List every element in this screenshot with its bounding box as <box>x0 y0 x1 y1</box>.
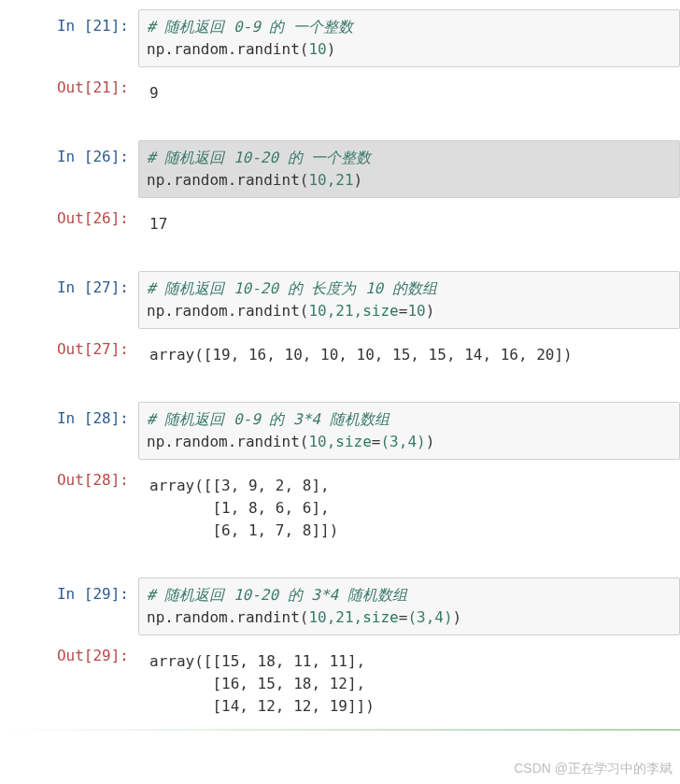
in-label: In <box>57 148 84 165</box>
lbracket: [ <box>84 278 93 296</box>
cell-output: Out[26]: 17 <box>0 202 680 241</box>
colon: : <box>120 585 129 603</box>
colon: : <box>120 278 129 296</box>
rbracket: ] <box>111 278 120 296</box>
func-name: np.random.randint <box>147 40 300 58</box>
output-body: 17 <box>138 202 680 241</box>
colon: : <box>120 409 129 427</box>
in-prompt: In [27]: <box>0 271 138 329</box>
output-body: array([[15, 18, 11, 11], [16, 15, 18, 12… <box>138 639 680 723</box>
kw-name: size <box>335 433 372 450</box>
kw-eq: = <box>399 608 408 626</box>
code-comment: # 随机返回 0-9 的 3*4 随机数组 <box>147 410 390 428</box>
colon: : <box>120 17 129 35</box>
output-text: 17 <box>149 207 673 235</box>
func-name: np.random.randint <box>147 302 300 320</box>
code-comment: # 随机返回 10-20 的 一个整数 <box>147 149 371 166</box>
rbracket: ] <box>111 409 120 427</box>
code-comment: # 随机返回 0-9 的 一个整数 <box>147 18 353 36</box>
colon: : <box>120 148 129 165</box>
out-number: 28 <box>92 471 110 489</box>
out-prompt: Out[21]: <box>0 71 138 110</box>
colon: : <box>120 78 129 96</box>
out-label: Out <box>57 340 84 358</box>
rbracket: ] <box>111 209 120 227</box>
cell-input: In [29]: # 随机返回 10-20 的 3*4 随机数组 np.rand… <box>0 577 680 635</box>
rbracket: ] <box>111 471 120 489</box>
output-body: array([[3, 9, 2, 8], [1, 8, 6, 6], [6, 1… <box>138 463 680 548</box>
in-number: 21 <box>92 17 110 35</box>
cell-input: In [27]: # 随机返回 10-20 的 长度为 10 的数组 np.ra… <box>0 271 680 329</box>
code-comment: # 随机返回 10-20 的 长度为 10 的数组 <box>147 279 437 297</box>
cell-input: In [21]: # 随机返回 0-9 的 一个整数 np.random.ran… <box>0 9 680 67</box>
in-label: In <box>57 409 84 427</box>
kw-tuple: (3,4) <box>380 433 425 450</box>
args-prefix: 10,21, <box>308 608 362 626</box>
rbracket: ] <box>111 17 120 35</box>
lbracket: [ <box>84 647 93 664</box>
out-prompt: Out[27]: <box>0 333 138 372</box>
colon: : <box>120 647 129 664</box>
code-cell[interactable]: # 随机返回 10-20 的 长度为 10 的数组 np.random.rand… <box>138 271 680 329</box>
lparen: ( <box>300 171 309 189</box>
in-number: 29 <box>92 585 110 603</box>
output-body: 9 <box>138 71 680 110</box>
args-prefix: 10,21, <box>308 302 362 320</box>
output-text: array([[3, 9, 2, 8], [1, 8, 6, 6], [6, 1… <box>149 469 673 542</box>
rparen: ) <box>426 433 435 450</box>
colon: : <box>120 209 129 227</box>
rparen: ) <box>453 608 462 626</box>
cell-output: Out[21]: 9 <box>0 71 680 110</box>
lparen: ( <box>300 40 309 58</box>
out-label: Out <box>57 471 84 489</box>
in-prompt: In [21]: <box>0 9 138 67</box>
output-text: array([19, 16, 10, 10, 10, 15, 15, 14, 1… <box>149 338 673 366</box>
lparen: ( <box>300 302 309 320</box>
colon: : <box>120 340 129 358</box>
code-cell[interactable]: # 随机返回 0-9 的 一个整数 np.random.randint(10) <box>138 9 680 67</box>
colon: : <box>120 471 129 489</box>
func-name: np.random.randint <box>147 608 300 626</box>
cell-input: In [28]: # 随机返回 0-9 的 3*4 随机数组 np.random… <box>0 402 680 460</box>
in-label: In <box>57 278 84 296</box>
cell-output: Out[27]: array([19, 16, 10, 10, 10, 15, … <box>0 333 680 372</box>
in-number: 28 <box>92 409 110 427</box>
lparen: ( <box>300 433 309 450</box>
output-body: array([19, 16, 10, 10, 10, 15, 15, 14, 1… <box>138 333 680 372</box>
lbracket: [ <box>84 409 93 427</box>
code-cell[interactable]: # 随机返回 10-20 的 一个整数 np.random.randint(10… <box>138 140 680 198</box>
out-number: 27 <box>92 340 110 358</box>
lbracket: [ <box>84 17 93 35</box>
code-cell[interactable]: # 随机返回 0-9 的 3*4 随机数组 np.random.randint(… <box>138 402 680 460</box>
kw-name: size <box>362 608 399 626</box>
rparen: ) <box>426 302 435 320</box>
in-number: 26 <box>92 148 110 165</box>
in-label: In <box>57 585 84 603</box>
lbracket: [ <box>84 340 93 358</box>
out-label: Out <box>57 209 84 227</box>
output-text: array([[15, 18, 11, 11], [16, 15, 18, 12… <box>149 645 673 718</box>
lbracket: [ <box>84 585 93 603</box>
out-prompt: Out[29]: <box>0 639 138 723</box>
out-prompt: Out[28]: <box>0 463 138 548</box>
out-number: 21 <box>92 78 110 96</box>
in-prompt: In [29]: <box>0 577 138 635</box>
cell-output: Out[29]: array([[15, 18, 11, 11], [16, 1… <box>0 639 680 723</box>
args: 10 <box>308 40 326 58</box>
rbracket: ] <box>111 148 120 165</box>
out-number: 26 <box>92 209 110 227</box>
kw-name: size <box>362 302 399 320</box>
in-label: In <box>57 17 84 35</box>
rbracket: ] <box>111 647 120 664</box>
lbracket: [ <box>84 78 93 96</box>
rparen: ) <box>327 40 336 58</box>
cell-output: Out[28]: array([[3, 9, 2, 8], [1, 8, 6, … <box>0 463 680 548</box>
args: 10,21 <box>308 171 353 189</box>
args-prefix: 10, <box>308 433 335 450</box>
out-prompt: Out[26]: <box>0 202 138 241</box>
divider <box>0 729 680 731</box>
code-cell[interactable]: # 随机返回 10-20 的 3*4 随机数组 np.random.randin… <box>138 577 680 635</box>
lbracket: [ <box>84 209 93 227</box>
rparen: ) <box>354 171 363 189</box>
func-name: np.random.randint <box>147 433 300 450</box>
